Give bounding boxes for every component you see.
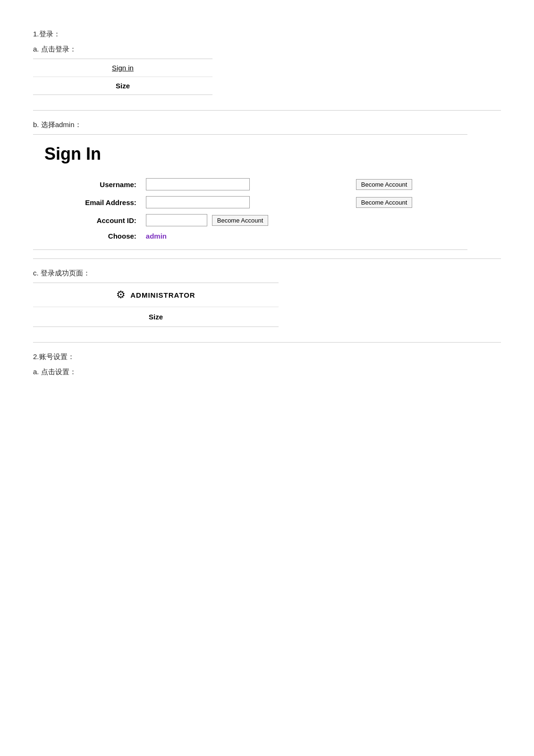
divider-3 — [33, 342, 501, 343]
size-label-1c: Size — [149, 313, 163, 321]
step2-label: 2.账号设置： — [33, 351, 501, 362]
size-row-1a: Size — [33, 77, 212, 94]
email-row: Email Address: Become Account — [44, 193, 456, 211]
username-row: Username: Become Account — [44, 175, 456, 193]
signin-form-table: Username: Become Account Email Address: … — [44, 175, 456, 243]
email-input[interactable] — [146, 196, 250, 208]
accountid-input-cell: Become Account — [141, 211, 351, 229]
signin-title: Sign In — [44, 144, 456, 164]
step2a-label: a. 点击设置： — [33, 366, 501, 378]
admin-label: ADMINISTRATOR — [130, 291, 195, 299]
signin-button[interactable]: Sign in — [112, 64, 134, 72]
accountid-input[interactable] — [146, 214, 207, 226]
admin-link[interactable]: admin — [146, 232, 167, 240]
divider-2 — [33, 258, 501, 259]
username-input-cell — [141, 175, 351, 193]
accountid-become-account-button[interactable]: Become Account — [212, 215, 269, 226]
signin-form-box: Sign In Username: Become Account Email A… — [33, 134, 467, 250]
accountid-row: Account ID: Become Account — [44, 211, 456, 229]
username-label: Username: — [44, 175, 141, 193]
signin-strip-box: Sign in Size — [33, 59, 212, 95]
username-input[interactable] — [146, 178, 250, 190]
admin-row: ⚙ ADMINISTRATOR — [33, 283, 279, 307]
step1b-label: b. 选择admin： — [33, 119, 501, 130]
choose-admin-cell: admin — [141, 229, 351, 243]
email-become-cell: Become Account — [351, 193, 456, 211]
choose-label: Choose: — [44, 229, 141, 243]
username-become-account-button[interactable]: Become Account — [356, 179, 413, 190]
accountid-label: Account ID: — [44, 211, 141, 229]
step1a-label: a. 点击登录： — [33, 43, 501, 55]
size-label-1a: Size — [116, 82, 130, 90]
signin-row: Sign in — [33, 59, 212, 77]
email-become-account-button[interactable]: Become Account — [356, 197, 413, 208]
email-label: Email Address: — [44, 193, 141, 211]
admin-strip-box: ⚙ ADMINISTRATOR Size — [33, 283, 279, 327]
email-input-cell — [141, 193, 351, 211]
choose-row: Choose: admin — [44, 229, 456, 243]
gear-icon: ⚙ — [116, 289, 126, 301]
step1-label: 1.登录： — [33, 28, 501, 40]
step1c-label: c. 登录成功页面： — [33, 267, 501, 279]
username-become-cell: Become Account — [351, 175, 456, 193]
size-row-1c: Size — [33, 307, 279, 326]
divider-1 — [33, 110, 501, 111]
